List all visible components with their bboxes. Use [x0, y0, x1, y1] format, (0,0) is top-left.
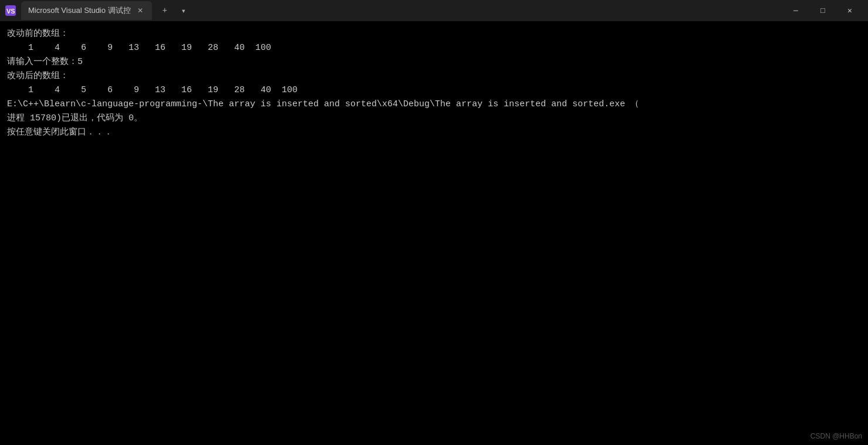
console-line-7: E:\C++\Blearn\c-language-programming-\Th…: [7, 97, 861, 112]
console-line-4: 改动后的数组：: [7, 69, 861, 83]
add-tab-button[interactable]: +: [157, 2, 173, 19]
watermark: CSDN @HHBon: [810, 432, 862, 440]
console-line-2: 1 4 6 9 13 16 19 28 40 100: [7, 41, 861, 55]
window-controls: ─ □ ✕: [782, 1, 863, 20]
console-line-1: 改动前的数组：: [7, 27, 861, 41]
svg-text:VS: VS: [6, 8, 15, 15]
console-line-8: 进程 15780)已退出，代码为 0。: [7, 112, 861, 126]
titlebar-actions: + ▾: [157, 2, 192, 19]
main-tab[interactable]: Microsoft Visual Studio 调试控 ✕: [21, 1, 152, 20]
tab-close-button[interactable]: ✕: [136, 6, 145, 15]
dropdown-button[interactable]: ▾: [175, 2, 192, 19]
vs-icon: VS: [5, 5, 16, 16]
maximize-button[interactable]: □: [809, 1, 836, 20]
titlebar: VS Microsoft Visual Studio 调试控 ✕ + ▾ ─ □…: [0, 0, 868, 21]
console-line-9: 按任意键关闭此窗口．．．: [7, 126, 861, 140]
minimize-button[interactable]: ─: [782, 1, 809, 20]
close-button[interactable]: ✕: [836, 1, 863, 20]
console-line-3: 请输入一个整数：5: [7, 55, 861, 69]
console-output: 改动前的数组： 1 4 6 9 13 16 19 28 40 100请输入一个整…: [0, 21, 868, 445]
console-line-5: 1 4 5 6 9 13 16 19 28 40 100: [7, 83, 861, 97]
tab-title: Microsoft Visual Studio 调试控: [28, 5, 131, 16]
